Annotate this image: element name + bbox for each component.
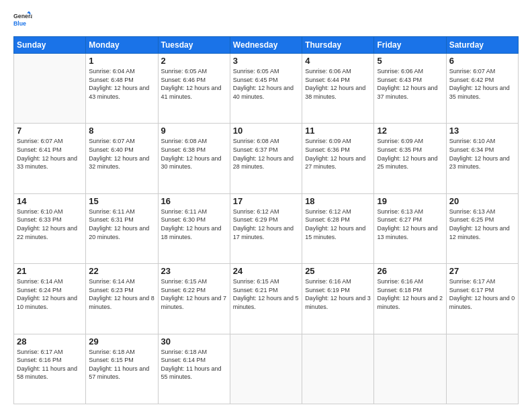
- day-cell: 25Sunrise: 6:16 AMSunset: 6:19 PMDayligh…: [302, 264, 374, 334]
- day-cell: 21Sunrise: 6:14 AMSunset: 6:24 PMDayligh…: [14, 264, 86, 334]
- day-info: Sunrise: 6:05 AMSunset: 6:46 PMDaylight:…: [161, 67, 227, 101]
- day-number: 11: [305, 126, 371, 136]
- weekday-header-wednesday: Wednesday: [230, 37, 302, 54]
- day-cell: 14Sunrise: 6:10 AMSunset: 6:33 PMDayligh…: [14, 193, 86, 263]
- header: General Blue: [13, 11, 519, 30]
- day-cell: 4Sunrise: 6:06 AMSunset: 6:44 PMDaylight…: [302, 54, 374, 124]
- day-info: Sunrise: 6:11 AMSunset: 6:31 PMDaylight:…: [89, 208, 154, 241]
- day-cell: 18Sunrise: 6:12 AMSunset: 6:28 PMDayligh…: [302, 193, 374, 263]
- day-cell: [302, 334, 374, 404]
- day-info: Sunrise: 6:11 AMSunset: 6:30 PMDaylight:…: [161, 208, 227, 241]
- day-number: 21: [17, 266, 83, 276]
- day-info: Sunrise: 6:07 AMSunset: 6:42 PMDaylight:…: [449, 67, 515, 101]
- day-number: 26: [377, 266, 443, 276]
- day-info: Sunrise: 6:06 AMSunset: 6:43 PMDaylight:…: [377, 67, 443, 101]
- day-cell: 2Sunrise: 6:05 AMSunset: 6:46 PMDaylight…: [158, 54, 230, 124]
- day-cell: 12Sunrise: 6:09 AMSunset: 6:35 PMDayligh…: [374, 124, 446, 193]
- day-cell: [446, 334, 518, 404]
- day-number: 15: [89, 196, 154, 206]
- page: General Blue SundayMondayTuesdayWednesda…: [0, 0, 532, 411]
- day-cell: 3Sunrise: 6:05 AMSunset: 6:45 PMDaylight…: [230, 54, 302, 124]
- day-number: 4: [305, 56, 371, 66]
- week-row-4: 21Sunrise: 6:14 AMSunset: 6:24 PMDayligh…: [14, 264, 519, 334]
- svg-text:Blue: Blue: [13, 20, 26, 27]
- day-info: Sunrise: 6:10 AMSunset: 6:33 PMDaylight:…: [17, 208, 83, 241]
- day-info: Sunrise: 6:14 AMSunset: 6:23 PMDaylight:…: [89, 277, 154, 311]
- day-number: 3: [233, 56, 299, 66]
- day-number: 23: [161, 266, 227, 276]
- day-info: Sunrise: 6:09 AMSunset: 6:35 PMDaylight:…: [377, 137, 443, 171]
- week-row-3: 14Sunrise: 6:10 AMSunset: 6:33 PMDayligh…: [14, 193, 519, 263]
- day-cell: 7Sunrise: 6:07 AMSunset: 6:41 PMDaylight…: [14, 124, 86, 193]
- day-number: 6: [449, 56, 515, 66]
- day-cell: 1Sunrise: 6:04 AMSunset: 6:48 PMDaylight…: [86, 54, 158, 124]
- day-cell: 20Sunrise: 6:13 AMSunset: 6:25 PMDayligh…: [446, 193, 518, 263]
- day-info: Sunrise: 6:15 AMSunset: 6:21 PMDaylight:…: [233, 277, 299, 311]
- day-number: 17: [233, 196, 299, 206]
- day-number: 18: [305, 196, 371, 206]
- day-number: 24: [233, 266, 299, 276]
- day-number: 29: [89, 336, 154, 347]
- day-cell: 6Sunrise: 6:07 AMSunset: 6:42 PMDaylight…: [446, 54, 518, 124]
- day-cell: 5Sunrise: 6:06 AMSunset: 6:43 PMDaylight…: [374, 54, 446, 124]
- day-info: Sunrise: 6:12 AMSunset: 6:28 PMDaylight:…: [305, 208, 371, 241]
- day-number: 20: [449, 196, 515, 206]
- day-info: Sunrise: 6:17 AMSunset: 6:16 PMDaylight:…: [17, 348, 83, 381]
- svg-text:General: General: [13, 13, 32, 19]
- weekday-header-monday: Monday: [86, 37, 158, 54]
- day-info: Sunrise: 6:18 AMSunset: 6:14 PMDaylight:…: [161, 348, 227, 381]
- day-info: Sunrise: 6:17 AMSunset: 6:17 PMDaylight:…: [449, 277, 515, 311]
- day-number: 16: [161, 196, 227, 206]
- day-info: Sunrise: 6:16 AMSunset: 6:18 PMDaylight:…: [377, 277, 443, 311]
- day-number: 19: [377, 196, 443, 206]
- day-info: Sunrise: 6:07 AMSunset: 6:41 PMDaylight:…: [17, 137, 83, 171]
- week-row-2: 7Sunrise: 6:07 AMSunset: 6:41 PMDaylight…: [14, 124, 519, 193]
- day-info: Sunrise: 6:14 AMSunset: 6:24 PMDaylight:…: [17, 277, 83, 311]
- weekday-header-tuesday: Tuesday: [158, 37, 230, 54]
- day-cell: 15Sunrise: 6:11 AMSunset: 6:31 PMDayligh…: [86, 193, 158, 263]
- day-number: 12: [377, 126, 443, 136]
- day-cell: 26Sunrise: 6:16 AMSunset: 6:18 PMDayligh…: [374, 264, 446, 334]
- day-number: 5: [377, 56, 443, 66]
- day-info: Sunrise: 6:15 AMSunset: 6:22 PMDaylight:…: [161, 277, 227, 311]
- calendar-table: SundayMondayTuesdayWednesdayThursdayFrid…: [13, 36, 519, 404]
- day-info: Sunrise: 6:07 AMSunset: 6:40 PMDaylight:…: [89, 137, 154, 171]
- day-number: 27: [449, 266, 515, 276]
- day-cell: 9Sunrise: 6:08 AMSunset: 6:38 PMDaylight…: [158, 124, 230, 193]
- day-cell: 27Sunrise: 6:17 AMSunset: 6:17 PMDayligh…: [446, 264, 518, 334]
- day-cell: 29Sunrise: 6:18 AMSunset: 6:15 PMDayligh…: [86, 334, 158, 404]
- day-info: Sunrise: 6:16 AMSunset: 6:19 PMDaylight:…: [305, 277, 371, 311]
- day-cell: 11Sunrise: 6:09 AMSunset: 6:36 PMDayligh…: [302, 124, 374, 193]
- day-cell: 30Sunrise: 6:18 AMSunset: 6:14 PMDayligh…: [158, 334, 230, 404]
- weekday-header-friday: Friday: [374, 37, 446, 54]
- day-cell: 22Sunrise: 6:14 AMSunset: 6:23 PMDayligh…: [86, 264, 158, 334]
- day-number: 9: [161, 126, 227, 136]
- logo-icon: General Blue: [13, 11, 32, 30]
- day-cell: 23Sunrise: 6:15 AMSunset: 6:22 PMDayligh…: [158, 264, 230, 334]
- week-row-5: 28Sunrise: 6:17 AMSunset: 6:16 PMDayligh…: [14, 334, 519, 404]
- day-number: 13: [449, 126, 515, 136]
- day-cell: 17Sunrise: 6:12 AMSunset: 6:29 PMDayligh…: [230, 193, 302, 263]
- day-info: Sunrise: 6:09 AMSunset: 6:36 PMDaylight:…: [305, 137, 371, 171]
- day-number: 8: [89, 126, 154, 136]
- day-cell: 8Sunrise: 6:07 AMSunset: 6:40 PMDaylight…: [86, 124, 158, 193]
- day-cell: [374, 334, 446, 404]
- day-number: 7: [17, 126, 83, 136]
- weekday-header-sunday: Sunday: [14, 37, 86, 54]
- day-cell: [230, 334, 302, 404]
- day-number: 30: [161, 336, 227, 347]
- day-info: Sunrise: 6:10 AMSunset: 6:34 PMDaylight:…: [449, 137, 515, 171]
- day-number: 28: [17, 336, 83, 347]
- day-number: 2: [161, 56, 227, 66]
- day-number: 22: [89, 266, 154, 276]
- day-cell: 13Sunrise: 6:10 AMSunset: 6:34 PMDayligh…: [446, 124, 518, 193]
- weekday-header-thursday: Thursday: [302, 37, 374, 54]
- day-number: 10: [233, 126, 299, 136]
- weekday-header-saturday: Saturday: [446, 37, 518, 54]
- day-info: Sunrise: 6:08 AMSunset: 6:37 PMDaylight:…: [233, 137, 299, 171]
- weekday-header-row: SundayMondayTuesdayWednesdayThursdayFrid…: [14, 37, 519, 54]
- day-cell: [14, 54, 86, 124]
- day-cell: 24Sunrise: 6:15 AMSunset: 6:21 PMDayligh…: [230, 264, 302, 334]
- day-cell: 16Sunrise: 6:11 AMSunset: 6:30 PMDayligh…: [158, 193, 230, 263]
- day-info: Sunrise: 6:05 AMSunset: 6:45 PMDaylight:…: [233, 67, 299, 101]
